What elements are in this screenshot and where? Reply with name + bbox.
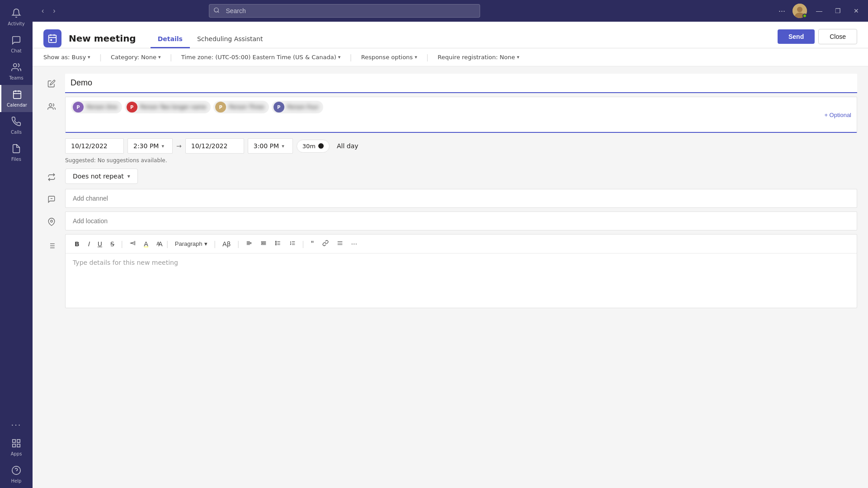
timezone-option[interactable]: Time zone: (UTC-05:00) Eastern Time (US … — [181, 54, 340, 61]
attendees-icon — [43, 99, 60, 115]
attendee-avatar-1: P — [73, 102, 84, 113]
start-date-input[interactable]: 10/12/2022 — [65, 138, 124, 154]
forward-button[interactable]: › — [49, 5, 59, 17]
sidebar-item-label-help: Help — [11, 479, 22, 483]
divider-1: | — [99, 53, 102, 61]
help-icon — [11, 465, 21, 477]
end-date-input[interactable]: 10/12/2022 — [185, 138, 244, 154]
send-button[interactable]: Send — [778, 29, 815, 44]
titlebar-right: ··· — ❐ ✕ — [777, 4, 863, 18]
end-date-value: 10/12/2022 — [191, 142, 228, 150]
sidebar-item-calendar[interactable]: Calendar — [0, 85, 33, 112]
toolbar-align-left-button[interactable] — [242, 238, 256, 249]
attendee-name-3: Person Three — [229, 104, 264, 110]
toolbar-outdent-button[interactable] — [257, 238, 270, 249]
suggestion-text: Suggested: No suggestions available. — [65, 157, 167, 164]
sidebar-item-teams[interactable]: Teams — [0, 58, 33, 85]
meeting-title-input[interactable] — [65, 74, 857, 93]
registration-label: Require registration: None — [438, 54, 515, 61]
toolbar-link-button[interactable] — [319, 238, 332, 249]
toolbar-more-button[interactable]: ··· — [348, 239, 361, 249]
toolbar-decrease-indent-button[interactable] — [126, 238, 139, 249]
toolbar-divider-1: | — [121, 239, 123, 248]
chat-icon — [11, 35, 21, 47]
editor-row: B I U S | A AA | — [43, 234, 857, 308]
toolbar-fontsize-button[interactable]: AA — [153, 239, 164, 249]
toolbar-italic-button[interactable]: I — [84, 239, 93, 249]
show-as-label: Show as: Busy — [43, 54, 86, 61]
sidebar-item-calls[interactable]: Calls — [0, 112, 33, 139]
registration-chevron: ▾ — [517, 54, 519, 60]
maximize-button[interactable]: ❐ — [831, 5, 844, 16]
files-icon — [11, 144, 21, 155]
toolbar-underline-button[interactable]: U — [94, 239, 106, 249]
channel-icon — [43, 191, 60, 207]
attendees-field: P Person One P Person Two longer name P … — [65, 97, 857, 133]
svg-point-9 — [12, 466, 20, 474]
titlebar: ‹ › ··· — — [33, 0, 868, 22]
editor-container: B I U S | A AA | — [65, 234, 857, 308]
toolbar-paragraph-button[interactable]: Paragraph ▾ — [171, 239, 211, 249]
search-input[interactable] — [209, 4, 480, 18]
toolbar-text-align-button[interactable] — [333, 238, 347, 249]
category-label: Category: None — [111, 54, 156, 61]
toolbar-format-button[interactable]: Aβ — [219, 239, 235, 249]
divider-2: | — [170, 53, 172, 61]
close-window-button[interactable]: ✕ — [850, 5, 863, 16]
svg-point-23 — [51, 220, 53, 222]
user-status-indicator — [802, 14, 807, 18]
show-as-option[interactable]: Show as: Busy ▾ — [43, 54, 90, 61]
response-label: Response options — [361, 54, 413, 61]
minimize-button[interactable]: — — [812, 5, 826, 16]
sidebar-item-apps[interactable]: Apps — [0, 434, 33, 461]
sidebar-item-chat[interactable]: Chat — [0, 31, 33, 58]
back-button[interactable]: ‹ — [38, 5, 47, 17]
duration-badge[interactable]: 30m — [297, 140, 330, 153]
attendees-box[interactable]: P Person One P Person Two longer name P … — [65, 97, 857, 133]
start-time-select[interactable]: 2:30 PM ▾ — [127, 138, 173, 154]
attendee-name-4: Person Four — [287, 104, 319, 110]
user-avatar-wrap[interactable] — [793, 4, 807, 18]
toolbar-quote-button[interactable]: " — [307, 239, 317, 249]
optional-button[interactable]: + Optional — [824, 111, 851, 118]
close-form-button[interactable]: Close — [818, 29, 857, 44]
sidebar-item-label-files: Files — [11, 157, 21, 162]
divider-3: | — [349, 53, 352, 61]
tab-scheduling[interactable]: Scheduling Assistant — [190, 31, 270, 48]
sidebar-item-files[interactable]: Files — [0, 139, 33, 166]
location-row — [43, 211, 857, 230]
titlebar-more-button[interactable]: ··· — [777, 5, 787, 18]
sidebar-item-activity[interactable]: Activity — [0, 4, 33, 31]
repeat-icon — [43, 169, 60, 185]
editor-body[interactable]: Type details for this new meeting — [66, 253, 857, 308]
editor-placeholder: Type details for this new meeting — [73, 259, 178, 266]
attendee-name-2: Person Two longer name — [140, 104, 207, 110]
toolbar-divider-2: | — [166, 239, 168, 248]
header-actions: Send Close — [778, 29, 857, 48]
sidebar-item-help[interactable]: Help — [0, 461, 33, 488]
location-input[interactable] — [65, 211, 857, 230]
svg-rect-16 — [49, 35, 57, 43]
repeat-label: Does not repeat — [73, 173, 124, 180]
sidebar-item-label-activity: Activity — [8, 21, 24, 26]
end-time-value: 3:00 PM — [254, 142, 279, 150]
toolbar-bullets-button[interactable] — [271, 238, 285, 249]
response-option[interactable]: Response options ▾ — [361, 54, 417, 61]
svg-rect-20 — [50, 39, 52, 41]
registration-option[interactable]: Require registration: None ▾ — [438, 54, 519, 61]
category-option[interactable]: Category: None ▾ — [111, 54, 160, 61]
end-time-select[interactable]: 3:00 PM ▾ — [248, 138, 293, 154]
repeat-row: Does not repeat ▾ — [43, 167, 857, 185]
sidebar-item-label-chat: Chat — [11, 48, 21, 53]
toolbar-strikethrough-button[interactable]: S — [107, 239, 118, 249]
tab-details[interactable]: Details — [151, 31, 190, 48]
sidebar-item-label-calls: Calls — [11, 130, 22, 135]
meeting-form-icon — [43, 29, 61, 47]
toolbar-numbered-button[interactable] — [286, 238, 299, 249]
toolbar-bold-button[interactable]: B — [71, 239, 83, 249]
divider-4: | — [426, 53, 429, 61]
channel-input[interactable] — [65, 189, 857, 208]
repeat-select[interactable]: Does not repeat ▾ — [65, 169, 138, 184]
sidebar-item-more[interactable]: ··· — [0, 417, 33, 434]
toolbar-highlight-button[interactable]: A — [140, 239, 152, 249]
